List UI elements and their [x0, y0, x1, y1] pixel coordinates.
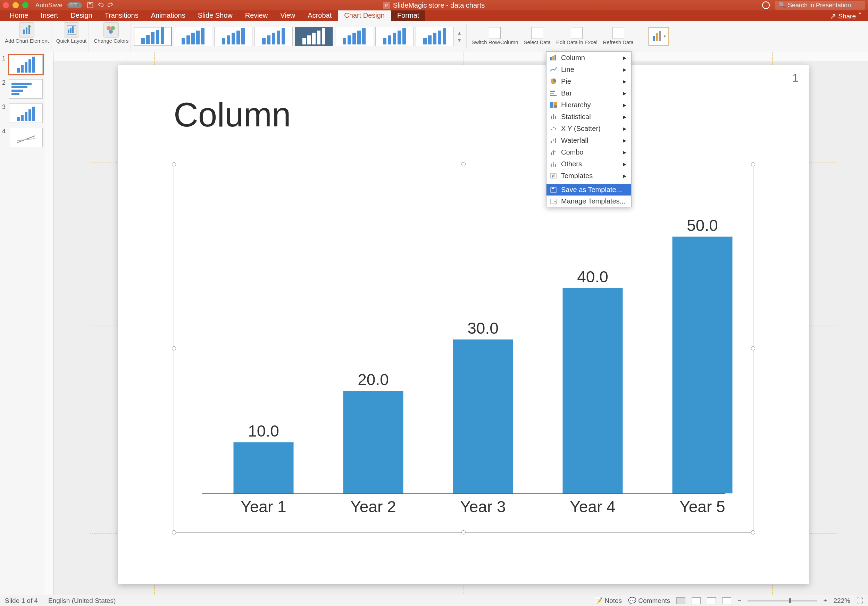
dd-item-bar[interactable]: Bar▸ [547, 87, 631, 99]
chart-style-3[interactable] [214, 27, 253, 46]
sorter-view-button[interactable] [691, 597, 701, 604]
chart-style-7[interactable] [375, 27, 414, 46]
change-chart-type-button[interactable]: ▾ [648, 27, 669, 46]
minimize-window-icon[interactable] [12, 2, 19, 8]
user-account-icon[interactable] [762, 2, 770, 9]
ribbon-collapse-icon[interactable]: ˄ [858, 12, 862, 21]
undo-icon[interactable] [97, 2, 104, 9]
svg-point-33 [555, 128, 556, 130]
chart-style-1[interactable] [134, 27, 172, 46]
svg-rect-43 [552, 175, 553, 177]
resize-handle[interactable] [751, 346, 755, 350]
share-icon[interactable]: ↗ [830, 12, 836, 21]
tab-insert[interactable]: Insert [34, 10, 64, 21]
dd-item-others[interactable]: Others▸ [547, 158, 631, 170]
vertical-ruler [45, 61, 53, 595]
fit-to-window-button[interactable]: ⛶ [857, 597, 863, 604]
resize-handle[interactable] [172, 346, 176, 350]
refresh-data-button[interactable]: Refresh Data [601, 27, 636, 45]
resize-handle[interactable] [172, 162, 176, 166]
resize-handle[interactable] [751, 530, 755, 535]
tab-transitions[interactable]: Transitions [99, 10, 145, 21]
thumbnail-2[interactable]: 2 [2, 79, 43, 99]
tab-animations[interactable]: Animations [145, 10, 192, 21]
chart-plot-area[interactable]: 10.0Year 120.0Year 230.0Year 340.0Year 4… [202, 173, 725, 494]
tab-view[interactable]: View [274, 10, 301, 21]
quick-layout-button[interactable]: Quick Layout [54, 21, 89, 52]
dd-save-as-template[interactable]: Save as Template... [547, 184, 631, 195]
notes-button[interactable]: 📝 Notes [594, 597, 622, 604]
tab-design[interactable]: Design [64, 10, 98, 21]
zoom-out-button[interactable]: − [738, 597, 741, 604]
thumbnail-4[interactable]: 4 [2, 128, 43, 147]
dd-item-line[interactable]: Line▸ [547, 64, 631, 75]
tab-chart-design[interactable]: Chart Design [338, 10, 391, 21]
dd-manage-templates[interactable]: Manage Templates... [547, 195, 631, 207]
dd-item-hierarchy[interactable]: Hierarchy▸ [547, 99, 631, 111]
thumbnail-3[interactable]: 3 [2, 104, 43, 123]
dd-item-templates[interactable]: Templates▸ [547, 170, 631, 181]
search-input[interactable]: 🔍 Search in Presentation [775, 1, 865, 10]
chart-selection-box[interactable]: 10.0Year 120.0Year 230.0Year 340.0Year 4… [174, 164, 753, 533]
normal-view-button[interactable] [676, 597, 685, 604]
chart-bar[interactable]: 50.0Year 5 [672, 237, 733, 493]
zoom-window-icon[interactable] [22, 2, 28, 8]
chart-style-6[interactable] [335, 27, 373, 46]
svg-rect-15 [653, 36, 655, 41]
select-data-button[interactable]: Select Data [522, 27, 553, 45]
chart-style-2[interactable] [174, 27, 212, 46]
slide-canvas[interactable]: 1 Column 10.0Year 120.0Year [118, 65, 809, 584]
resize-handle[interactable] [462, 530, 466, 535]
close-window-icon[interactable] [3, 2, 9, 8]
svg-rect-44 [553, 174, 555, 177]
slideshow-view-button[interactable] [722, 597, 731, 604]
dd-item-scatter[interactable]: X Y (Scatter)▸ [547, 122, 631, 135]
save-icon[interactable] [87, 2, 94, 9]
tab-review[interactable]: Review [239, 10, 274, 21]
thumbnail-1[interactable]: 1 [2, 55, 43, 74]
resize-handle[interactable] [462, 162, 466, 166]
zoom-slider[interactable] [747, 600, 817, 601]
chart-bar[interactable]: 20.0Year 2 [343, 391, 403, 493]
tab-format[interactable]: Format [391, 10, 425, 21]
chart-bar[interactable]: 40.0Year 4 [563, 288, 623, 493]
add-chart-element-label: Add Chart Element [5, 38, 49, 44]
dd-item-column[interactable]: Column▸ [547, 52, 631, 64]
dd-item-statistical[interactable]: Statistical▸ [547, 111, 631, 122]
resize-handle[interactable] [172, 530, 176, 535]
chart-bar[interactable]: 30.0Year 3 [453, 339, 513, 493]
zoom-in-button[interactable]: + [823, 597, 827, 604]
chart-style-4[interactable] [254, 27, 293, 46]
slide-workspace[interactable]: 1 Column 10.0Year 120.0Year [45, 52, 868, 595]
reading-view-button[interactable] [707, 597, 716, 604]
dd-item-combo[interactable]: Combo▸ [547, 146, 631, 158]
dd-item-pie[interactable]: Pie▸ [547, 75, 631, 87]
svg-rect-18 [550, 57, 552, 60]
edit-data-in-excel-button[interactable]: Edit Data in Excel [554, 27, 599, 45]
tab-home[interactable]: Home [3, 10, 34, 21]
svg-rect-11 [72, 26, 74, 33]
autosave-toggle[interactable] [67, 2, 82, 8]
language-status[interactable]: English (United States) [48, 597, 116, 604]
slide-title[interactable]: Column [174, 95, 291, 135]
svg-rect-22 [550, 91, 555, 92]
redo-icon[interactable] [107, 2, 114, 9]
zoom-level[interactable]: 222% [833, 597, 850, 604]
chart-style-8[interactable] [415, 27, 454, 46]
column-chart[interactable]: 10.0Year 120.0Year 230.0Year 340.0Year 4… [188, 173, 739, 519]
switch-row-column-button[interactable]: Switch Row/Column [470, 27, 520, 45]
slide-counter[interactable]: Slide 1 of 4 [5, 597, 38, 604]
chart-bar[interactable]: 10.0Year 1 [233, 442, 294, 493]
tab-acrobat[interactable]: Acrobat [301, 10, 338, 21]
dd-item-waterfall[interactable]: Waterfall▸ [547, 135, 631, 146]
svg-rect-26 [554, 102, 557, 105]
search-placeholder: Search in Presentation [788, 2, 851, 9]
chart-style-5[interactable] [295, 27, 333, 46]
add-chart-element-button[interactable]: + Add Chart Element [3, 21, 51, 52]
change-colors-button[interactable]: Change Colors [91, 21, 131, 52]
comments-button[interactable]: 💬 Comments [628, 597, 670, 604]
resize-handle[interactable] [751, 162, 755, 166]
share-button[interactable]: Share [838, 12, 856, 20]
style-gallery-nav[interactable]: ▴▾ [456, 29, 463, 43]
tab-slideshow[interactable]: Slide Show [192, 10, 239, 21]
